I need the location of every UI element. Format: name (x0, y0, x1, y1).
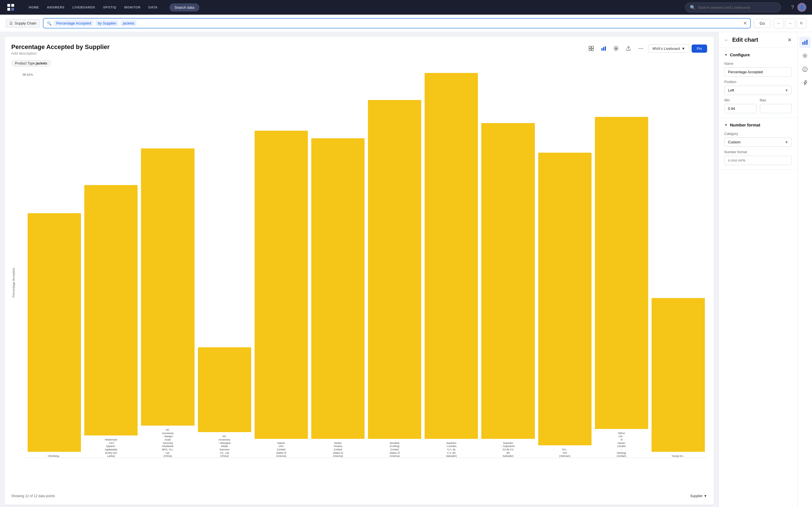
configure-section: ▼ Configure Name Position Left Right ▼ (719, 48, 797, 118)
min-field-label: Min (724, 98, 756, 102)
number-format-chevron-icon: ▼ (724, 123, 728, 127)
max-input[interactable] (760, 104, 792, 113)
bar-group: Nature USA (United States of America) (255, 73, 308, 458)
min-input[interactable] (724, 104, 756, 113)
table-view-icon[interactable] (586, 43, 596, 54)
pin-button[interactable]: Pin (692, 45, 707, 53)
bar-label: NC Accessory - Jiangsu Asian Sourcing He… (162, 429, 174, 458)
close-edit-panel-button[interactable]: ✕ (788, 37, 792, 43)
share-icon[interactable] (623, 43, 633, 54)
bar-label: Supertex - Superprint SA de CV (El Salva… (501, 442, 515, 458)
chart-bar[interactable] (538, 153, 592, 445)
datasource-selector[interactable]: ☰ Supply Chain (6, 19, 40, 27)
y-axis-label: Percentage Accepted (12, 268, 15, 297)
refresh-button[interactable]: ↻ (796, 18, 806, 29)
nav-icons: ? 👤 (791, 3, 806, 12)
product-type-filter[interactable]: Product Type jackets (11, 60, 51, 67)
configure-section-header[interactable]: ▼ Configure (724, 52, 792, 57)
right-info-icon[interactable] (799, 64, 811, 75)
go-button[interactable]: Go (754, 19, 771, 28)
app-logo[interactable] (6, 2, 16, 12)
x-axis-label: Supplier (690, 494, 703, 498)
search-icon: 🔍 (47, 21, 52, 25)
bar-label: Nature USA (United States of America) (276, 442, 286, 458)
right-lightning-icon[interactable] (799, 77, 811, 89)
back-button[interactable]: ← (774, 18, 784, 29)
number-format-section: ▼ Number format Category Custom Number P… (719, 118, 797, 170)
svg-rect-8 (592, 49, 594, 51)
search-data-button[interactable]: Search data (169, 3, 199, 11)
liveboard-label: MVA's Liveboard (652, 47, 680, 51)
category-field-label: Category (724, 132, 792, 136)
bar-group: NC Accessory - Jiangsu Asian Sourcing He… (141, 73, 194, 458)
chip-jackets[interactable]: jackets (121, 20, 137, 26)
bar-label: Young On... (672, 455, 685, 458)
filter-label: Product Type (15, 61, 35, 65)
chart-bar[interactable] (28, 213, 81, 452)
clear-search-button[interactable]: ✕ (743, 20, 747, 26)
chart-description[interactable]: Add description (11, 51, 110, 55)
number-format-input[interactable] (724, 156, 792, 165)
chart-bar[interactable] (198, 347, 251, 432)
right-settings-icon[interactable] (799, 50, 811, 61)
chart-bar[interactable] (481, 123, 535, 439)
search-bar: ☰ Supply Chain 🔍 Percentage Accepted by … (0, 15, 812, 32)
chart-bar[interactable] (141, 149, 194, 426)
chart-bar[interactable] (595, 117, 648, 429)
search-answers-bar[interactable]: 🔍 (685, 3, 781, 12)
bars-container: Chenfeng...Hirdarmani - CKT Apparel - Ag… (26, 73, 707, 458)
spotlight-icon[interactable] (611, 43, 621, 54)
forward-button[interactable]: → (785, 18, 795, 29)
search-input-area[interactable]: 🔍 Percentage Accepted by Supplier jacket… (43, 18, 751, 29)
back-icon[interactable]: ← (724, 38, 729, 43)
nav-spotiq[interactable]: SPOTIQ (100, 4, 119, 11)
chart-bar[interactable] (311, 138, 364, 439)
edit-chart-panel: ← Edit chart ✕ ▼ Configure Name Position… (718, 32, 797, 507)
search-answers-input[interactable] (698, 5, 776, 10)
svg-rect-3 (7, 8, 10, 11)
svg-rect-0 (6, 2, 16, 12)
chart-bar[interactable] (84, 185, 138, 436)
bar-group: TAL - TAV (Vietnam) (538, 73, 592, 458)
nav-liveboards[interactable]: LIVEBOARDS (70, 4, 98, 11)
bar-label: Supertex - Lourdes, S.A. de C.V. (El Sal… (446, 442, 457, 458)
search-icon: 🔍 (690, 5, 696, 10)
svg-rect-10 (603, 47, 604, 51)
configure-chevron-icon: ▼ (724, 53, 728, 57)
nav-home[interactable]: HOME (26, 4, 42, 11)
chip-percentage-accepted[interactable]: Percentage Accepted (54, 20, 93, 26)
chart-bar[interactable] (368, 100, 421, 439)
svg-rect-18 (804, 41, 806, 45)
chart-bar[interactable] (255, 131, 308, 439)
svg-point-14 (639, 48, 640, 49)
nav-monitor[interactable]: MONITOR (121, 4, 144, 11)
chart-controls: MVA's Liveboard ▼ Pin (586, 43, 707, 54)
chart-bar[interactable] (424, 73, 478, 439)
data-points-label: Showing 12 of 12 data points (11, 494, 55, 498)
chip-by-supplier[interactable]: by Supplier (96, 20, 118, 26)
nav-data[interactable]: DATA (146, 4, 160, 11)
position-select[interactable]: Left Right (724, 86, 792, 95)
name-input[interactable] (724, 67, 792, 76)
user-avatar[interactable]: 👤 (797, 3, 806, 12)
right-icons-bar (797, 32, 812, 507)
svg-rect-11 (605, 46, 606, 51)
help-icon[interactable]: ? (791, 4, 794, 10)
bar-chart-icon[interactable] (599, 43, 609, 54)
svg-point-16 (642, 48, 643, 49)
x-axis-dropdown-icon: ▼ (704, 494, 707, 498)
chart-bar[interactable] (652, 298, 705, 452)
nav-answers[interactable]: ANSWERS (44, 4, 67, 11)
right-bar-chart-icon[interactable] (799, 37, 811, 48)
configure-label: Configure (730, 52, 750, 57)
x-axis-selector[interactable]: Supplier ▼ (690, 494, 707, 498)
liveboard-selector[interactable]: MVA's Liveboard ▼ (648, 45, 689, 53)
svg-point-15 (641, 48, 642, 49)
more-options-icon[interactable] (636, 43, 646, 54)
chart-area: Percentage Accepted by Supplier Add desc… (4, 37, 714, 505)
number-format-section-header[interactable]: ▼ Number format (724, 122, 792, 127)
min-max-row: Min Max (724, 98, 792, 113)
bar-label: TAL - TAV (Vietnam) (559, 448, 570, 458)
category-select[interactable]: Custom Number Percentage (724, 137, 792, 147)
svg-rect-7 (589, 49, 591, 51)
